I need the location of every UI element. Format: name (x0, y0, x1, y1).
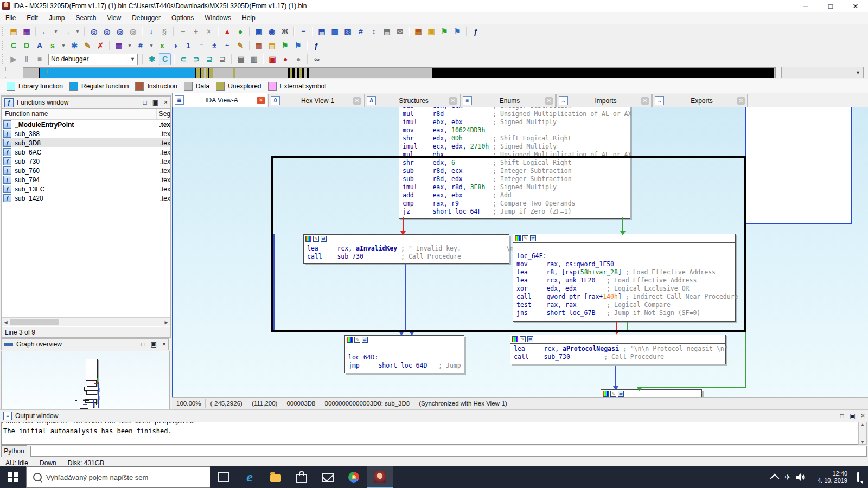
node-color-icon[interactable] (512, 336, 518, 342)
panel-float-icon[interactable]: ▣ (152, 99, 158, 106)
tab-hex-view-1[interactable]: 0Hex View-1✕ (268, 94, 363, 107)
toolbar-grip[interactable] (2, 41, 4, 50)
graph-overview-map[interactable] (1, 351, 170, 410)
python-button[interactable]: Python (1, 445, 27, 457)
hex-dump-icon[interactable]: # (355, 25, 367, 37)
flag-green-icon[interactable]: ⚑ (438, 25, 450, 37)
node-loc64f[interactable]: ✎⇄ loc_64F:mov rax, cs:qword_1F50lea r8,… (513, 234, 736, 322)
airplane-mode-icon[interactable]: ✈ (781, 466, 794, 488)
scroll-up-icon[interactable]: ▲ (861, 422, 865, 426)
store-button[interactable] (289, 466, 315, 488)
attach-process-icon[interactable]: ✱ (146, 53, 158, 65)
print-icon[interactable]: ▤ (381, 25, 393, 37)
search-immediate-icon[interactable]: ◎ (88, 25, 100, 37)
tab-close-icon[interactable]: ✕ (641, 97, 649, 105)
function-row[interactable]: fsub_730.tex (2, 157, 170, 166)
function-row[interactable]: fsub_6AC.tex (2, 147, 170, 157)
search-again-icon[interactable]: ◎ (127, 25, 139, 37)
panel-maximize-icon[interactable]: □ (840, 413, 844, 419)
search-sequence-icon[interactable]: ◎ (114, 25, 126, 37)
node-invalid-key[interactable]: ✎⇄lea rcx, aInvalidKey ; " Invalid key. … (303, 234, 509, 264)
menu-edit[interactable]: Edit (21, 12, 43, 23)
scroll-left-icon[interactable]: ◀ (2, 320, 10, 325)
python-input[interactable] (30, 446, 867, 457)
function-row[interactable]: fsub_794.tex (2, 175, 170, 184)
jump-back-menu-icon[interactable]: ▾ (52, 25, 60, 37)
jump-forward-icon[interactable]: → (61, 25, 73, 37)
function-row[interactable]: f_ModuleEntryPoint.tex (2, 120, 170, 129)
data-type-icon[interactable]: ▦ (113, 40, 125, 52)
panel-float-icon[interactable]: ▣ (850, 413, 856, 419)
node-xrefs-icon[interactable]: ⇄ (362, 337, 368, 343)
cancel-icon[interactable]: × (203, 25, 215, 37)
scroll-down-icon[interactable]: ▼ (861, 440, 865, 444)
panel-maximize-icon[interactable]: □ (143, 99, 146, 106)
node-loc64d[interactable]: ✎⇄ loc_64D:jmp short loc_64D ; Jump (344, 335, 464, 373)
node-color-icon[interactable] (603, 391, 609, 397)
toolbar-grip[interactable] (2, 27, 4, 36)
tab-ida-view-a[interactable]: ≣IDA View-A✕ (172, 93, 267, 107)
action-center-button[interactable] (852, 473, 868, 481)
enum-icon[interactable]: 1 (182, 40, 194, 52)
debug-pause-icon[interactable]: ‖ (21, 53, 33, 65)
edit-icon[interactable]: ✎ (81, 40, 93, 52)
search-text-icon[interactable]: ◎ (101, 25, 113, 37)
minimize-button[interactable]: ─ (793, 0, 818, 12)
add-name-icon[interactable]: A (34, 40, 46, 52)
functions-hscrollbar[interactable]: ◀ ▶ (2, 317, 170, 326)
node-edit-icon[interactable]: ✎ (313, 236, 319, 242)
step-into-icon[interactable]: ⊂ (177, 53, 189, 65)
zoom-in-icon[interactable]: + (190, 25, 202, 37)
step-over-icon[interactable]: ⊃ (190, 53, 202, 65)
offset-icon[interactable]: ± (208, 40, 220, 52)
navband-gutter[interactable] (1, 67, 6, 78)
panel-maximize-icon[interactable]: □ (141, 341, 145, 348)
tab-close-icon[interactable]: ✕ (257, 97, 265, 104)
taskbar-clock[interactable]: 12:40 4. 10. 2019 (812, 470, 847, 484)
panel-float-icon[interactable]: ▣ (151, 341, 157, 348)
tab-structures[interactable]: AStructures✕ (364, 94, 459, 107)
mail-icon[interactable]: ✉ (394, 25, 406, 37)
node-xrefs-icon[interactable]: ⇄ (527, 336, 533, 342)
tab-close-icon[interactable]: ✕ (449, 97, 457, 105)
mail-button[interactable] (315, 466, 341, 488)
tab-exports[interactable]: →Exports✕ (652, 94, 748, 107)
bookmark-icon[interactable]: ⚑ (279, 40, 291, 52)
open-file-icon[interactable]: ▤ (8, 25, 20, 37)
tab-close-icon[interactable]: ✕ (353, 97, 361, 105)
shell-icon[interactable]: ▣ (425, 25, 437, 37)
colors-icon[interactable]: ▤ (266, 40, 278, 52)
patch-icon[interactable]: ✎ (234, 40, 246, 52)
toolbar-grip[interactable] (2, 54, 4, 64)
breakpoint-list-icon[interactable]: ▣ (266, 53, 278, 65)
stack-trace-icon[interactable]: ▤ (235, 53, 247, 65)
add-code-icon[interactable]: C (8, 40, 20, 52)
node-color-icon[interactable] (347, 337, 353, 343)
function-row[interactable]: fsub_1420.tex (2, 194, 170, 203)
watches-icon[interactable]: ∞ (311, 53, 323, 65)
add-string-icon[interactable]: s (47, 40, 59, 52)
volume-icon[interactable] (794, 466, 807, 488)
node-xrefs-icon[interactable]: ⇄ (530, 235, 536, 241)
tilde-icon[interactable]: ~ (221, 40, 233, 52)
file-explorer-button[interactable] (263, 466, 289, 488)
menu-view[interactable]: View (101, 12, 126, 23)
add-data-icon[interactable]: D (21, 40, 33, 52)
run-until-icon[interactable]: ⊇ (216, 53, 228, 65)
strings-window-icon[interactable]: ▧ (342, 25, 354, 37)
node-protocol[interactable]: ✎⇄lea rcx, aProtocolNegasi ; "\n\n Proto… (510, 335, 726, 364)
pie-icon[interactable]: ◑ (169, 40, 181, 52)
function-f-icon[interactable]: ƒ (470, 25, 482, 37)
graph-view-canvas[interactable]: sub ebx, ecx ; Integer Subtractionmul r8… (172, 107, 868, 397)
debug-bug-icon[interactable]: Ж (279, 25, 291, 37)
maximize-button[interactable]: □ (818, 0, 843, 12)
breakpoint-add-icon[interactable]: ● (279, 53, 291, 65)
calls-icon[interactable]: ↕ (368, 25, 380, 37)
number-format-icon[interactable]: # (135, 40, 146, 52)
tab-imports[interactable]: →Imports✕ (556, 94, 652, 107)
tab-close-icon[interactable]: ✕ (737, 97, 745, 105)
menu-options[interactable]: Options (166, 12, 199, 23)
undefine-icon[interactable]: ✗ (94, 40, 106, 52)
run-indicator-icon[interactable]: ● (234, 25, 246, 37)
node-edit-icon[interactable]: ✎ (610, 391, 616, 397)
